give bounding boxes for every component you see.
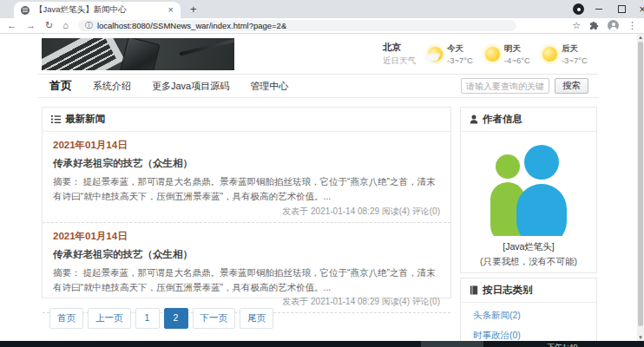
news-title-link[interactable]: 传承好老祖宗的技艺（众生相） [53, 248, 440, 261]
latest-news-header: 最新新闻 [43, 108, 450, 132]
search-box: 搜索 [461, 78, 588, 94]
banner-pen-shape [180, 38, 234, 56]
weather-day-temp: -3~7°C [447, 56, 473, 65]
news-summary: 摘要： 提起景泰蓝，那可谓是大名鼎鼎。景泰蓝即铜胎掐丝珐琅，它位于“燕京八绝”之… [53, 174, 440, 205]
weather-day-temp: -4~6°C [504, 56, 530, 65]
search-input[interactable] [461, 78, 549, 94]
page-next-button[interactable]: 下一页 [193, 308, 236, 329]
browser-profile-badge-icon[interactable] [573, 3, 584, 15]
page-last-button[interactable]: 尾页 [240, 308, 273, 329]
weather-day-label: 后天 [562, 43, 588, 55]
site-info-icon[interactable]: ⓘ [85, 20, 93, 31]
address-bar: ← → ↻ ⌂ ⓘ localhost:8080/SSMNews_war/ind… [0, 18, 644, 34]
nav-item-home[interactable]: 首页 [49, 78, 72, 94]
author-body: [Java烂笔头] (只要我想，没有不可能) [461, 132, 596, 268]
web-page: 北京 近日天气 今天 -3~7°C 明天 -4~6°C [0, 34, 637, 341]
news-summary: 摘要： 提起景泰蓝，那可谓是大名鼎鼎。景泰蓝即铜胎掐丝珐琅，它位于“燕京八绝”之… [53, 265, 440, 296]
url-field[interactable]: ⓘ localhost:8080/SSMNews_war/index.html?… [78, 20, 516, 31]
log-category-title: 按日志类别 [483, 284, 533, 297]
page-2-button-active[interactable]: 2 [164, 308, 188, 329]
category-link-politics[interactable]: 时事政治(0) [473, 330, 584, 341]
weather-widget: 北京 近日天气 今天 -3~7°C 明天 -4~6°C [383, 42, 588, 67]
browser-window: 【Java烂笔头】新闻中心 × + × ← → ↻ ⌂ ⓘ localhost:… [0, 0, 644, 347]
news-meta: 发表于 2021-01-14 08:29 阅读(4) 评论(0) [53, 206, 440, 218]
page-prev-button[interactable]: 上一页 [88, 308, 131, 329]
log-category-panel: 按日志类别 头条新闻(2) 时事政治(0) 通知公告(0) [460, 278, 597, 341]
windows-taskbar[interactable]: 下午1:49 [0, 341, 644, 347]
extensions-puzzle-icon[interactable] [589, 18, 599, 34]
banner-phone-shape [115, 38, 160, 70]
author-info-header: 作者信息 [461, 108, 596, 132]
sun-cloud-icon [428, 47, 443, 62]
news-title-link[interactable]: 传承好老祖宗的技艺（众生相） [53, 157, 440, 170]
page-1-button[interactable]: 1 [135, 308, 160, 329]
nav-item-more-java[interactable]: 更多Java项目源码 [152, 80, 229, 93]
browser-menu-icon[interactable]: ⋮ [628, 20, 637, 31]
window-minimize-button[interactable] [588, 0, 609, 18]
scrollbar-thumb[interactable] [638, 42, 643, 326]
profile-avatar-icon[interactable] [608, 20, 619, 31]
nav-item-admin[interactable]: 管理中心 [250, 80, 288, 93]
page-scrollbar[interactable]: ▲ ▼ [637, 34, 644, 341]
author-info-panel: 作者信息 [Java烂笔头] (只要我想，没有不可能) [460, 107, 597, 273]
window-restore-button[interactable] [611, 0, 632, 18]
url-text: localhost:8080/SSMNews_war/index.html?pa… [97, 21, 286, 30]
bookmark-star-icon[interactable]: ☆ [572, 20, 581, 31]
weather-day-today: 今天 -3~7°C [428, 43, 473, 65]
window-close-button[interactable]: × [632, 0, 644, 18]
sun-icon [485, 47, 500, 62]
news-item: 2021年01月14日 传承好老祖宗的技艺（众生相） 摘要： 提起景泰蓝，那可谓… [43, 132, 450, 223]
two-people-logo [482, 141, 575, 236]
pagination: 首页 上一页 1 2 下一页 尾页 [49, 308, 273, 329]
scrollbar-up-icon[interactable]: ▲ [637, 34, 644, 41]
new-tab-button[interactable]: + [190, 3, 197, 16]
weather-city: 北京 [383, 42, 416, 54]
weather-day-label: 今天 [447, 43, 473, 55]
tab-title: 【Java烂笔头】新闻中心 [35, 4, 163, 16]
journal-book-icon [470, 285, 478, 295]
banner-laptop-shape [42, 38, 125, 70]
news-item: 2021年01月14日 传承好老祖宗的技艺（众生相） 摘要： 提起景泰蓝，那可谓… [43, 223, 450, 314]
site-navbar: 首页 系统介绍 更多Java项目源码 管理中心 搜索 [38, 74, 599, 98]
news-date: 2021年01月14日 [53, 139, 440, 152]
taskbar-clock: 下午1:49 [547, 342, 578, 347]
header-banner-image [42, 38, 234, 70]
tab-strip: 【Java烂笔头】新闻中心 × + × [0, 0, 644, 18]
favicon-globe-icon [21, 6, 30, 15]
author-motto: (只要我想，没有不可能) [480, 256, 577, 268]
search-button[interactable]: 搜索 [555, 78, 588, 94]
log-category-header: 按日志类别 [461, 278, 596, 303]
latest-news-title: 最新新闻 [65, 113, 105, 126]
category-list: 头条新闻(2) 时事政治(0) 通知公告(0) [461, 303, 596, 341]
tab-close-icon[interactable]: × [168, 5, 174, 15]
home-icon[interactable]: ⌂ [62, 21, 69, 30]
list-icon [51, 115, 61, 124]
weather-day-aftertomorrow: 后天 -3~7°C [542, 43, 588, 65]
nav-item-intro[interactable]: 系统介绍 [93, 80, 131, 93]
sun-icon [542, 47, 557, 62]
news-date: 2021年01月14日 [53, 230, 440, 243]
category-link-headline[interactable]: 头条新闻(2) [473, 310, 584, 322]
forward-icon[interactable]: → [26, 21, 36, 30]
reload-icon[interactable]: ↻ [45, 21, 53, 30]
weather-subtitle: 近日天气 [383, 56, 416, 67]
weather-day-label: 明天 [504, 43, 530, 55]
author-name: [Java烂笔头] [503, 241, 555, 253]
person-icon [470, 115, 478, 124]
browser-tab[interactable]: 【Java烂笔头】新闻中心 × [14, 2, 181, 18]
page-first-button[interactable]: 首页 [49, 308, 83, 329]
weather-day-temp: -3~7°C [562, 56, 588, 65]
weather-day-tomorrow: 明天 -4~6°C [485, 43, 530, 65]
latest-news-panel: 最新新闻 2021年01月14日 传承好老祖宗的技艺（众生相） 摘要： 提起景泰… [42, 107, 451, 298]
news-meta: 发表于 2021-01-14 08:29 阅读(4) 评论(0) [53, 296, 440, 308]
back-icon[interactable]: ← [7, 21, 16, 30]
scrollbar-down-icon[interactable]: ▼ [637, 334, 644, 341]
taskbar-active-app[interactable] [421, 341, 483, 347]
author-info-title: 作者信息 [483, 113, 522, 126]
